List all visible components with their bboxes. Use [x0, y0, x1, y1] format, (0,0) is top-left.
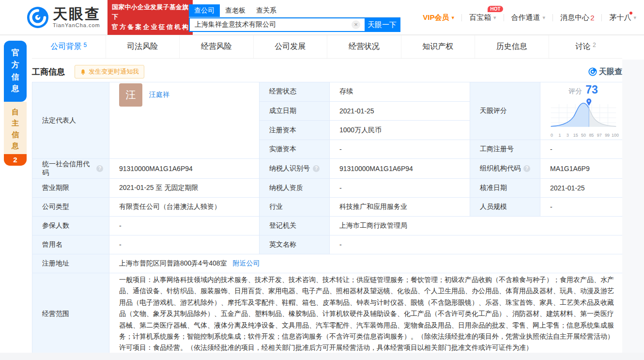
field-label-english-name: 英文名称	[260, 235, 330, 254]
close-icon[interactable]: ×	[352, 20, 360, 29]
field-value-taxpayer-quality: -	[330, 179, 470, 198]
notify-on-change-button[interactable]: 发生变更时通知我	[75, 65, 144, 78]
section-head: 工商信息 发生变更时通知我 天眼查	[32, 62, 622, 81]
tab-history-info[interactable]: 历史信息	[475, 35, 549, 58]
nav-treasure-label: 百宝箱	[469, 13, 491, 22]
field-label-reg-number: 工商注册号	[470, 140, 540, 159]
search-tab-boss[interactable]: 查老板	[220, 4, 251, 17]
side-tab-official-info[interactable]: 官方信息	[4, 41, 27, 102]
tab-operating-risk[interactable]: 经营风险	[179, 35, 253, 58]
search-tab-relation[interactable]: 查关系	[251, 4, 282, 17]
tab-label: 经营状况	[349, 42, 380, 52]
top-nav: VIP会员 ▾ HOT 百宝箱 ▾ 合作通道 ▾ 消息中心 2 茅十八	[423, 0, 636, 35]
side-tab-self-info[interactable]: 自主信息 2	[4, 102, 27, 166]
tab-label: 公司背景	[50, 42, 81, 52]
table-row: 经营范围 一般项目：从事网络科技领域内的技术服务、技术开发、技术咨询、技术转让；…	[32, 273, 623, 355]
table-row: 法定代表人 汪 汪庭祥 经营状态 存续 天眼评分 评分 73	[32, 82, 623, 102]
field-value-org-code: MA1G1A6P9	[540, 159, 623, 179]
score-value: 73	[585, 83, 598, 96]
table-row: 公司类型 有限责任公司（台港澳法人独资） 行业 科技推广和应用服务业 人员规模 …	[32, 198, 623, 217]
svg-text:97: 97	[597, 133, 601, 138]
field-label-est-date: 成立日期	[260, 101, 330, 121]
field-value-business-term: 2021-01-25 至 无固定期限	[109, 179, 260, 198]
field-label-status: 经营状态	[260, 82, 330, 102]
hot-badge: HOT	[488, 6, 503, 12]
table-row: 参保人数 - 登记机关 上海市工商行政管理局	[32, 217, 623, 235]
divider	[601, 14, 602, 21]
side-tab-label: 自主信息	[11, 106, 19, 151]
field-value-staff-size: -	[540, 198, 623, 217]
score-pin-icon	[586, 98, 591, 106]
table-row: 曾用名 - 英文名称 -	[32, 235, 623, 254]
address-text: 上海市普陀区同普路800弄4号408室	[119, 259, 227, 268]
divider	[552, 14, 553, 21]
nav-vip[interactable]: VIP会员 ▾	[423, 13, 454, 22]
avatar[interactable]: 汪	[119, 83, 142, 107]
search-tabs: 查公司 查老板 查关系	[189, 4, 400, 17]
field-label-reg-authority: 登记机关	[260, 217, 330, 235]
svg-text:50: 50	[581, 133, 586, 138]
help-icon[interactable]: ?	[313, 165, 320, 172]
search-bar: × 天眼一下	[189, 17, 400, 32]
tab-label: 司法风险	[127, 42, 158, 52]
chevron-down-icon: ▾	[543, 15, 546, 21]
tab-operating-status[interactable]: 经营状况	[327, 35, 401, 58]
tianyan-score-widget[interactable]: 评分 73	[550, 83, 616, 139]
tab-company-development[interactable]: 公司发展	[253, 35, 327, 58]
top-header: 天眼查 TianYanCha.com 国家中小企业发展子基金旗下 官方备案企业征…	[0, 0, 644, 35]
gov-certification-badge: 国家中小企业发展子基金旗下 官方备案企业征信机构	[107, 0, 193, 35]
svg-text:3: 3	[566, 133, 568, 138]
score-chart-cell: 评分 73	[540, 82, 623, 140]
nav-message-center[interactable]: 消息中心 2	[560, 13, 594, 22]
field-label-insured-count: 参保人数	[32, 217, 109, 235]
tab-company-background[interactable]: 公司背景 5	[32, 35, 106, 58]
svg-text:85: 85	[589, 133, 594, 138]
field-label-credit-code: 统一社会信用代码?	[32, 159, 109, 179]
tab-intellectual-property[interactable]: 知识产权	[401, 35, 475, 58]
field-value-reg-authority: 上海市工商行政管理局	[330, 217, 623, 235]
message-count-badge: 2	[590, 14, 594, 22]
logo-text: 天眼查 TianYanCha.com	[53, 7, 101, 28]
field-label-industry: 行业	[260, 198, 330, 217]
field-label-staff-size: 人员规模	[470, 198, 540, 217]
svg-text:100: 100	[612, 133, 619, 138]
chevron-down-icon: ▾	[493, 15, 496, 21]
tab-discussion[interactable]: 讨论 2	[549, 35, 623, 58]
tab-label: 公司发展	[275, 42, 306, 52]
svg-text:15: 15	[573, 133, 578, 138]
search-tab-company[interactable]: 查公司	[189, 4, 220, 17]
company-tabbar: 公司背景 5 司法风险 经营风险 公司发展 经营状况 知识产权 历史信息 讨论 …	[32, 35, 622, 59]
field-label-address: 注册地址	[32, 254, 109, 273]
field-value-paid-capital: -	[330, 140, 470, 159]
table-row: 统一社会信用代码? 91310000MA1G1A6P94 纳税人识别号? 913…	[32, 159, 623, 179]
nav-treasure-box[interactable]: HOT 百宝箱 ▾	[469, 13, 496, 22]
nav-user-label: 茅十八	[609, 13, 631, 22]
svg-text:1: 1	[558, 133, 561, 138]
tab-label: 经营风险	[201, 42, 232, 52]
field-label-former-name: 曾用名	[32, 235, 109, 254]
svg-text:99: 99	[605, 133, 610, 138]
help-icon[interactable]: ?	[96, 165, 103, 172]
gov-badge-line2: 官方备案企业征信机构	[112, 22, 188, 32]
nav-user-menu[interactable]: 茅十八 ▾	[609, 13, 636, 22]
field-value-reg-capital: 1000万人民币	[330, 121, 470, 140]
field-label-paid-capital: 实缴资本	[260, 140, 330, 159]
notify-button-label: 发生变更时通知我	[89, 67, 139, 76]
svg-text:0: 0	[551, 133, 553, 138]
chevron-down-icon: ▾	[633, 15, 636, 21]
help-icon[interactable]: ?	[523, 165, 530, 172]
side-tabs: 官方信息 自主信息 2	[4, 41, 27, 166]
tianyancha-logo[interactable]: 天眼查 TianYanCha.com	[27, 6, 101, 29]
search-button[interactable]: 天眼一下	[365, 18, 399, 31]
tianyancha-watermark: 天眼查	[588, 67, 622, 77]
field-label-business-scope: 经营范围	[32, 273, 109, 355]
field-value-status: 存续	[330, 82, 470, 102]
legal-rep-link[interactable]: 汪庭祥	[149, 91, 169, 99]
tab-judicial-risk[interactable]: 司法风险	[106, 35, 180, 58]
section-title: 工商信息	[32, 66, 65, 78]
tab-label: 讨论	[575, 42, 591, 52]
field-value-reg-number: -	[540, 140, 623, 159]
search-input[interactable]	[190, 18, 352, 31]
nav-cooperation[interactable]: 合作通道 ▾	[511, 13, 546, 22]
nearby-companies-link[interactable]: 附近公司	[233, 259, 260, 268]
